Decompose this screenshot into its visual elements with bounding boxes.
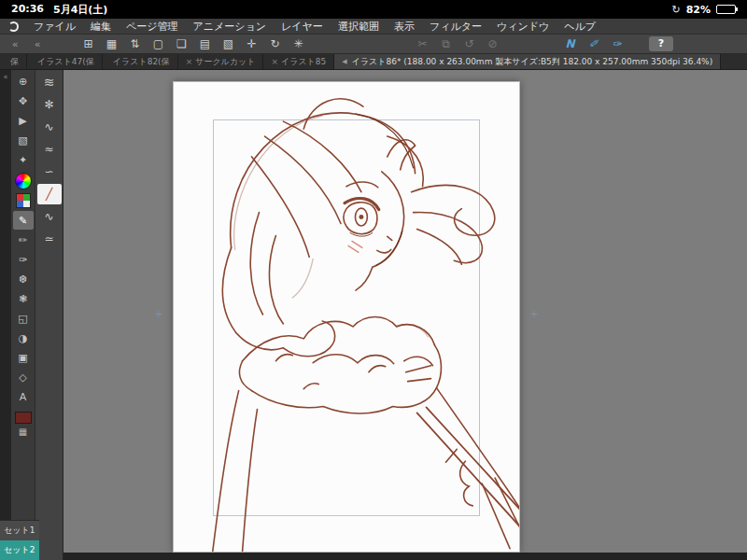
reset-view-icon[interactable]: ✳ [287, 37, 310, 50]
tool-auto-select[interactable]: ✦ [13, 150, 34, 169]
tab-label: サークルカット [195, 56, 255, 68]
menu-help[interactable]: ヘルプ [557, 20, 603, 34]
menu-layer[interactable]: レイヤー [274, 20, 331, 34]
selection-marquee-icon[interactable]: ▧ [217, 37, 240, 50]
tab-label: イラスト82(保 [113, 56, 170, 68]
subtool-red-stroke[interactable]: ╱ [37, 184, 62, 204]
pen-vertical-icon[interactable]: ✑ [605, 37, 628, 50]
help-button[interactable]: ? [649, 36, 673, 51]
menu-bar: ファイル編集ページ管理アニメーションレイヤー選択範囲表示フィルターウィンドウヘル… [0, 19, 747, 35]
tab-illust85[interactable]: × イラスト85 [263, 54, 334, 69]
tab-close-icon[interactable]: × [271, 57, 278, 66]
crop-mark-left: + [154, 309, 163, 319]
tool-decoration[interactable]: ❃ [13, 289, 34, 308]
cut-icon: ✂ [411, 37, 434, 50]
tool-pencil[interactable]: ✏ [13, 231, 34, 249]
tab-label: イラスト47(保 [37, 56, 94, 68]
palette-grid-icon[interactable]: ▦ [19, 427, 27, 437]
tab-illust47[interactable]: イラスト47(保 [27, 54, 103, 69]
tool-eraser[interactable]: ◱ [13, 309, 34, 328]
toolbar-draw-group: N✐✑ [558, 37, 628, 50]
canvas-viewport[interactable]: + + + + [63, 70, 747, 560]
collapse-right-icon[interactable]: « [26, 38, 49, 50]
tab-label: 保 [10, 56, 19, 68]
menu-animation[interactable]: アニメーション [186, 20, 275, 34]
canvas-bottom-bar [63, 553, 747, 560]
tool-select[interactable]: ▧ [13, 131, 34, 149]
palette-collapse-icon[interactable]: « [4, 73, 8, 81]
tool-airbrush[interactable]: ❆ [13, 270, 34, 288]
menu-filter[interactable]: フィルター [422, 20, 489, 34]
active-tab-label: イラスト86* (188.00 x 263.00mm 製本サイズ:B5判 182… [352, 56, 713, 68]
tool-text[interactable]: A [13, 387, 34, 406]
subtool-settings-icon[interactable]: ✻ [37, 94, 62, 115]
tool-move[interactable]: ✥ [13, 91, 34, 110]
menu-page-manage[interactable]: ページ管理 [119, 20, 186, 34]
undo-icon: ↺ [458, 37, 481, 50]
inactive-tabs: 保 イラスト47(保 イラスト82(保 × サークルカット [0, 54, 334, 69]
collapse-left-icon[interactable]: « [4, 38, 26, 50]
tools-mid-group: ✎✏✑❆❃◱◑▣◇A [13, 211, 34, 406]
rotation-lock-icon: ↻ [671, 4, 680, 16]
toolbar-disabled-group: ✂⧉↺⊘ [411, 37, 504, 50]
tab-illust86-active[interactable]: ◀ イラスト86* (188.00 x 263.00mm 製本サイズ:B5判 1… [334, 54, 721, 69]
workspace-grid-icon[interactable]: ⊞ [77, 37, 100, 50]
set-1-tab[interactable]: セット1 [0, 520, 39, 540]
sub-tool-palette: ≋✻∿≈∽╱∿≃ [35, 70, 63, 560]
menu-edit[interactable]: 編集 [83, 20, 119, 34]
subtool-pen-4[interactable]: ∿ [37, 206, 62, 227]
subtool-pen-5[interactable]: ≃ [37, 229, 62, 249]
copy-icon: ⧉ [434, 37, 458, 50]
bookmark-icon[interactable]: ▤ [193, 37, 217, 50]
tab-close-icon[interactable]: × [186, 57, 193, 66]
panel-layout-icon[interactable]: ▦ [100, 37, 123, 50]
crop-mark-right: + [529, 309, 539, 319]
redo-icon: ⊘ [481, 37, 504, 50]
app-logo-icon[interactable] [8, 21, 19, 32]
main-area: « ⊕✥▶▧✦ ✎✏✑❆❃◱◑▣◇A ▦ ≋✻∿≈∽╱∿≃ セット1 セット2 [0, 70, 747, 560]
toolbar-main-group: ⊞▦⇅▢❏▤▧✛↻✳ [77, 37, 310, 50]
tab-illust82[interactable]: イラスト82(保 [103, 54, 178, 69]
duplicate-page-icon[interactable]: ❏ [170, 37, 193, 50]
menu-selection[interactable]: 選択範囲 [331, 20, 387, 34]
document-tab-bar: 保 イラスト47(保 イラスト82(保 × サークルカット [0, 54, 747, 70]
subtool-brush-strokes-icon[interactable]: ≋ [37, 72, 62, 92]
rotate-canvas-icon[interactable]: ↻ [263, 37, 287, 50]
tab-label: イラスト85 [281, 56, 326, 68]
tool-figure[interactable]: ◇ [13, 368, 34, 386]
set-2-tab[interactable]: セット2 [0, 540, 39, 560]
tool-palette: ⊕✥▶▧✦ ✎✏✑❆❃◱◑▣◇A ▦ [11, 70, 35, 560]
color-wheel-icon[interactable] [15, 173, 32, 189]
status-date: 5月4日(土) [53, 3, 107, 17]
command-toolbar: « « ⊞▦⇅▢❏▤▧✛↻✳ ✂⧉↺⊘ N✐✑ ? [0, 35, 747, 54]
tool-brush[interactable]: ✑ [13, 250, 34, 269]
status-time: 20:36 [11, 3, 44, 17]
tool-operate[interactable]: ▶ [13, 111, 34, 130]
tab-partial[interactable]: 保 [0, 54, 27, 69]
subtool-pen-3[interactable]: ∽ [37, 161, 62, 182]
current-color-swatch[interactable] [15, 412, 32, 424]
tool-blend[interactable]: ◑ [13, 329, 34, 347]
polyline-tool-icon[interactable]: N [558, 37, 582, 50]
tab-circlecut[interactable]: × サークルカット [178, 54, 264, 69]
menu-file[interactable]: ファイル [26, 20, 83, 34]
battery-percent: 82% [686, 4, 711, 16]
new-page-icon[interactable]: ▢ [147, 37, 170, 50]
color-set-icon[interactable] [16, 193, 31, 208]
move-canvas-icon[interactable]: ✛ [240, 37, 263, 50]
subtool-pen-2[interactable]: ≈ [37, 139, 62, 160]
palette-edge-bar[interactable]: « [0, 70, 11, 560]
menu-window[interactable]: ウィンドウ [489, 20, 557, 34]
active-tab-indicator-icon: ◀ [342, 58, 346, 65]
pen-slant-icon[interactable]: ✐ [582, 37, 605, 50]
tool-pen[interactable]: ✎ [13, 211, 34, 230]
sketch-drawing [174, 82, 519, 552]
document-page[interactable] [173, 81, 520, 553]
ipad-status-bar: 20:36 5月4日(土) ↻ 82% [0, 0, 747, 19]
tool-fill[interactable]: ▣ [13, 348, 34, 367]
tools-top-group: ⊕✥▶▧✦ [13, 72, 34, 169]
size-stepper-icon[interactable]: ⇅ [123, 37, 147, 50]
subtool-pen-1[interactable]: ∿ [37, 117, 62, 137]
menu-view[interactable]: 表示 [387, 20, 422, 34]
tool-zoom[interactable]: ⊕ [13, 72, 34, 91]
